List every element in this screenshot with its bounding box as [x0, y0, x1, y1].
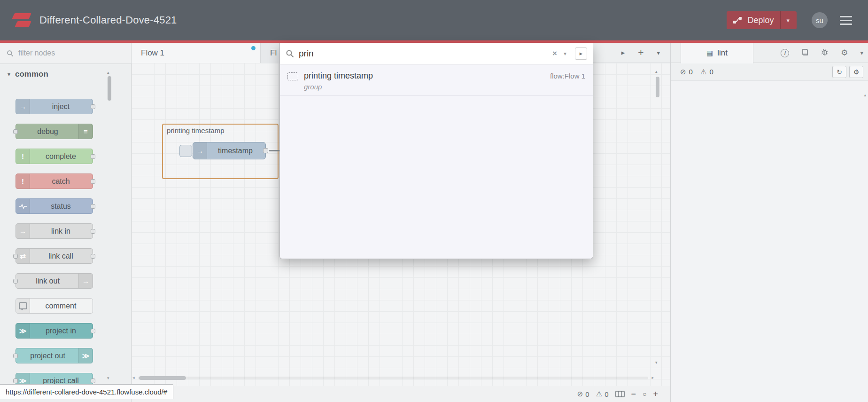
flow-list-button[interactable]: ▾ [657, 49, 660, 56]
main-menu-button[interactable] [839, 14, 853, 27]
node-output-port [91, 204, 95, 209]
node-output-port[interactable] [263, 148, 268, 153]
refresh-button[interactable]: ↻ [832, 66, 846, 78]
errors-icon: ⊘ [680, 68, 686, 76]
node-output-port [91, 154, 95, 159]
filter-nodes-input[interactable] [18, 49, 124, 57]
node-input-port [13, 129, 18, 134]
lint-tab-label: lint [717, 48, 728, 58]
result-flow: flow:Flow 1 [550, 72, 585, 80]
scroll-up-icon[interactable]: ▴ [655, 70, 658, 74]
scroll-up-icon[interactable]: ▴ [107, 71, 109, 75]
canvas-vertical-scrollbar[interactable]: ▴ ▾ [655, 70, 660, 365]
palette-node-label: link out [18, 274, 78, 288]
footer-warning-count: 0 [604, 390, 608, 398]
comment-icon [16, 299, 30, 313]
add-flow-button[interactable]: + [638, 47, 643, 58]
scroll-right-icon[interactable]: ▸ [651, 376, 654, 380]
flowfuse-logo-icon [12, 10, 32, 31]
palette-node-label: inject [31, 99, 91, 114]
palette-node-comment[interactable]: comment [16, 298, 93, 314]
scrollbar-thumb[interactable] [139, 376, 186, 380]
link-in-icon: → [16, 224, 30, 238]
palette-node-label: debug [18, 124, 78, 139]
unsaved-changes-dot [251, 46, 256, 50]
flow-tab-Flow-1[interactable]: Flow 1 [132, 43, 261, 63]
scroll-down-icon[interactable]: ▾ [655, 361, 658, 365]
help-icon[interactable] [801, 48, 809, 58]
search-input[interactable] [299, 48, 547, 59]
deploy-button[interactable]: Deploy ▾ [727, 11, 797, 29]
lint-warnings: ⚠ 0 [700, 68, 713, 76]
clear-search-icon[interactable]: × [551, 49, 558, 58]
scrollbar-thumb[interactable] [108, 76, 111, 101]
search-advanced-button[interactable]: ▸ [575, 47, 587, 60]
scroll-up-icon[interactable]: ▴ [864, 93, 866, 97]
scroll-down-icon[interactable]: ▾ [107, 376, 109, 380]
palette-search [0, 43, 131, 64]
deploy-options-caret-icon[interactable]: ▾ [781, 17, 790, 24]
palette-node-label: link call [31, 249, 91, 263]
info-icon[interactable]: i [781, 49, 789, 57]
zoom-in-button[interactable]: + [653, 389, 658, 399]
debug-icon: ≡ [78, 124, 93, 139]
tab-scroll-right-button[interactable]: ▸ [621, 48, 625, 57]
gear-icon: ⚙ [853, 68, 860, 76]
sidebar-collapse-caret-icon[interactable]: ▾ [860, 49, 863, 56]
search-history-caret-icon[interactable]: ▾ [563, 50, 567, 57]
browser-status-url: https://different-collared-dove-4521.flo… [0, 384, 173, 399]
inject-trigger-button[interactable] [179, 145, 192, 157]
palette-node-link-in[interactable]: →link in [16, 223, 93, 239]
node-output-port [91, 378, 95, 383]
user-avatar[interactable]: su [812, 12, 828, 28]
navigator-toggle-button[interactable] [615, 391, 625, 397]
tab-lint[interactable]: ▦ lint [681, 43, 753, 63]
group-label: printing timestamp [163, 125, 278, 134]
palette-node-catch[interactable]: !catch [16, 173, 93, 189]
palette-node-label: project in [31, 323, 91, 338]
catch-icon: ! [16, 174, 30, 189]
node-output-port [91, 329, 95, 333]
zoom-out-button[interactable]: − [631, 389, 636, 399]
deploy-label: Deploy [747, 16, 774, 25]
node-output-port [91, 179, 95, 184]
palette-node-link-call[interactable]: ⇄link call [16, 248, 93, 264]
footer-errors: ⊘ 0 [577, 390, 589, 398]
link-call-icon: ⇄ [16, 249, 30, 263]
palette-node-complete[interactable]: !complete [16, 149, 93, 164]
node-red-editor: Different-Collared-Dove-4521 Deploy ▾ su [0, 0, 868, 402]
palette-node-debug[interactable]: ≡debug [16, 124, 93, 139]
lint-toolbar: ⊘ 0 ⚠ 0 ↻ ⚙ [671, 63, 868, 81]
group-icon [287, 72, 298, 80]
errors-icon: ⊘ [577, 390, 583, 398]
lint-warning-count: 0 [709, 68, 713, 76]
inject-node[interactable]: → timestamp [193, 142, 266, 159]
canvas-horizontal-scrollbar[interactable]: ◂ ▸ [132, 376, 654, 380]
palette-node-link-out[interactable]: →link out [16, 273, 93, 289]
workspace-footer: ⊘ 0 ⚠ 0 − ○ + [132, 386, 670, 402]
right-sidebar: ▦ lint i ⚙ ▾ [670, 43, 868, 402]
zoom-reset-button[interactable]: ○ [643, 390, 646, 398]
palette-scrollbar[interactable]: ▴ ▾ [107, 71, 112, 380]
search-result-item[interactable]: printing timestampflow:Flow 1group [280, 64, 593, 96]
palette-node-project-out[interactable]: ≫project out [16, 348, 93, 363]
lint-error-count: 0 [689, 68, 693, 76]
flow-tab-label: Fl [270, 48, 277, 58]
complete-icon: ! [16, 149, 30, 164]
warnings-icon: ⚠ [596, 390, 602, 398]
palette-node-label: status [31, 199, 91, 213]
scrollbar-thumb[interactable] [656, 77, 659, 97]
node-input-port [13, 254, 18, 259]
palette-node-project-in[interactable]: ≫project in [16, 323, 93, 339]
scrollbar-track[interactable] [138, 377, 648, 379]
debug-messages-icon[interactable] [821, 48, 829, 58]
lint-settings-button[interactable]: ⚙ [849, 66, 863, 78]
scroll-left-icon[interactable]: ◂ [132, 376, 135, 380]
palette-node-status[interactable]: status [16, 198, 93, 214]
link-out-icon: → [78, 274, 93, 288]
header: Different-Collared-Dove-4521 Deploy ▾ su [0, 0, 868, 40]
palette-category-label: common [15, 70, 48, 79]
palette-node-label: project out [18, 348, 78, 363]
palette-node-inject[interactable]: →inject [16, 99, 93, 114]
gear-icon[interactable]: ⚙ [841, 48, 848, 58]
